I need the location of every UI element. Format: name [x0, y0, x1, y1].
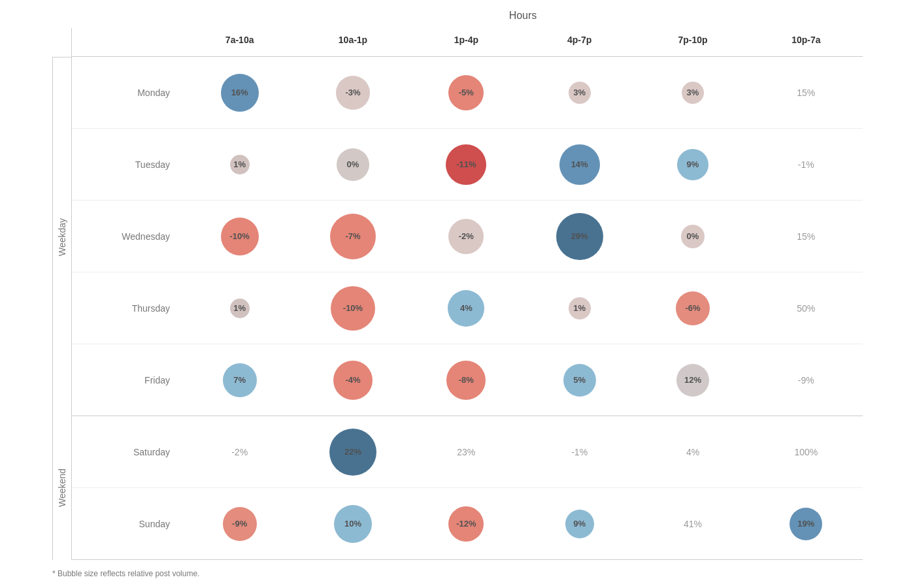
- weekday-label: Weekday: [52, 57, 71, 416]
- cell-friday-0: 7%: [183, 344, 296, 416]
- cell-wednesday-5: 15%: [750, 201, 863, 272]
- weekend-label: Weekend: [52, 416, 71, 560]
- bubble-monday-2: -5%: [448, 75, 484, 110]
- bubble-wednesday-4: 0%: [681, 225, 705, 248]
- cell-saturday-4: 4%: [636, 416, 749, 488]
- cell-saturday-1: 22%: [296, 416, 409, 488]
- cell-thursday-5: 50%: [750, 272, 863, 344]
- text-saturday-2: 23%: [457, 447, 475, 457]
- bubble-thursday-1: -10%: [331, 286, 375, 331]
- col-header-5: 10p-7a: [750, 28, 863, 57]
- bubble-friday-4: 12%: [676, 364, 709, 397]
- cell-friday-5: -9%: [750, 344, 863, 416]
- bubble-thursday-0: 1%: [230, 299, 250, 318]
- footnote: * Bubble size reflects relative post vol…: [52, 569, 863, 578]
- text-friday-5: -9%: [798, 375, 814, 385]
- bubble-wednesday-2: -2%: [448, 219, 484, 254]
- bubble-thursday-2: 4%: [448, 290, 484, 327]
- cell-sunday-5: 19%: [750, 488, 863, 560]
- row-label-tuesday: Tuesday: [72, 129, 183, 201]
- text-tuesday-5: -1%: [798, 159, 814, 170]
- bubble-tuesday-2: -11%: [446, 144, 486, 185]
- bubble-wednesday-1: -7%: [330, 214, 376, 259]
- cell-tuesday-0: 1%: [183, 129, 296, 201]
- cell-thursday-1: -10%: [296, 272, 409, 344]
- bubble-tuesday-1: 0%: [337, 148, 369, 181]
- bubble-saturday-1: 22%: [329, 429, 376, 476]
- col-header-1: 10a-1p: [296, 28, 409, 57]
- main-grid: 7a-10a10a-1p1p-4p4p-7p7p-10p10p-7aMonday…: [72, 28, 863, 560]
- chart-container: Hours WeekdayWeekend 7a-10a10a-1p1p-4p4p…: [26, 0, 889, 588]
- cell-sunday-3: 9%: [523, 488, 636, 560]
- cell-saturday-5: 100%: [750, 416, 863, 488]
- bubble-wednesday-3: 29%: [556, 213, 603, 260]
- cell-tuesday-3: 14%: [523, 129, 636, 201]
- cell-friday-4: 12%: [636, 344, 749, 416]
- bubble-thursday-4: -6%: [676, 291, 710, 325]
- text-sunday-4: 41%: [684, 519, 702, 529]
- cell-monday-4: 3%: [636, 57, 749, 129]
- cell-friday-1: -4%: [296, 344, 409, 416]
- cell-tuesday-1: 0%: [296, 129, 409, 201]
- cell-tuesday-4: 9%: [636, 129, 749, 201]
- text-thursday-5: 50%: [797, 303, 815, 314]
- text-monday-5: 15%: [797, 88, 815, 98]
- text-saturday-4: 4%: [686, 447, 699, 457]
- bubble-friday-2: -8%: [446, 361, 486, 400]
- text-saturday-0: -2%: [231, 447, 248, 457]
- side-column: WeekdayWeekend: [52, 28, 72, 560]
- bubble-thursday-3: 1%: [569, 297, 591, 319]
- text-saturday-3: -1%: [571, 447, 588, 457]
- cell-tuesday-5: -1%: [750, 129, 863, 201]
- bubble-monday-3: 3%: [569, 82, 591, 104]
- col-header-4: 7p-10p: [636, 28, 749, 57]
- bubble-friday-3: 5%: [563, 364, 596, 397]
- bubble-tuesday-3: 14%: [559, 144, 600, 185]
- text-saturday-5: 100%: [794, 447, 818, 457]
- cell-thursday-4: -6%: [636, 272, 749, 344]
- row-label-sunday: Sunday: [72, 488, 183, 560]
- bubble-monday-0: 16%: [221, 74, 259, 112]
- cell-saturday-3: -1%: [523, 416, 636, 488]
- chart-wrapper: WeekdayWeekend 7a-10a10a-1p1p-4p4p-7p7p-…: [52, 28, 863, 560]
- cell-monday-1: -3%: [296, 57, 409, 129]
- bubble-tuesday-4: 9%: [677, 149, 708, 180]
- bubble-monday-4: 3%: [682, 82, 704, 104]
- cell-sunday-4: 41%: [636, 488, 749, 560]
- cell-thursday-2: 4%: [410, 272, 523, 344]
- cell-monday-5: 15%: [750, 57, 863, 129]
- row-label-thursday: Thursday: [72, 272, 183, 344]
- bubble-sunday-5: 19%: [790, 508, 822, 540]
- cell-saturday-0: -2%: [183, 416, 296, 488]
- col-header-2: 1p-4p: [410, 28, 523, 57]
- cell-wednesday-4: 0%: [636, 201, 749, 272]
- cell-friday-3: 5%: [523, 344, 636, 416]
- hours-title: Hours: [52, 10, 863, 22]
- col-header-3: 4p-7p: [523, 28, 636, 57]
- bubble-sunday-1: 10%: [334, 505, 372, 543]
- cell-wednesday-2: -2%: [410, 201, 523, 272]
- row-label-monday: Monday: [72, 57, 183, 129]
- cell-tuesday-2: -11%: [410, 129, 523, 201]
- cell-sunday-2: -12%: [410, 488, 523, 560]
- cell-wednesday-3: 29%: [523, 201, 636, 272]
- cell-sunday-1: 10%: [296, 488, 409, 560]
- text-wednesday-5: 15%: [797, 231, 815, 242]
- cell-friday-2: -8%: [410, 344, 523, 416]
- cell-monday-3: 3%: [523, 57, 636, 129]
- row-label-wednesday: Wednesday: [72, 201, 183, 272]
- cell-monday-0: 16%: [183, 57, 296, 129]
- cell-thursday-0: 1%: [183, 272, 296, 344]
- row-label-saturday: Saturday: [72, 416, 183, 488]
- bubble-friday-1: -4%: [333, 361, 373, 400]
- cell-thursday-3: 1%: [523, 272, 636, 344]
- col-header-0: 7a-10a: [183, 28, 296, 57]
- bubble-sunday-2: -12%: [448, 506, 484, 542]
- bubble-sunday-3: 9%: [565, 510, 594, 538]
- bubble-monday-1: -3%: [336, 76, 370, 110]
- cell-monday-2: -5%: [410, 57, 523, 129]
- bubble-wednesday-0: -10%: [221, 218, 259, 255]
- row-label-friday: Friday: [72, 344, 183, 416]
- bubble-tuesday-0: 1%: [230, 155, 250, 174]
- cell-wednesday-1: -7%: [296, 201, 409, 272]
